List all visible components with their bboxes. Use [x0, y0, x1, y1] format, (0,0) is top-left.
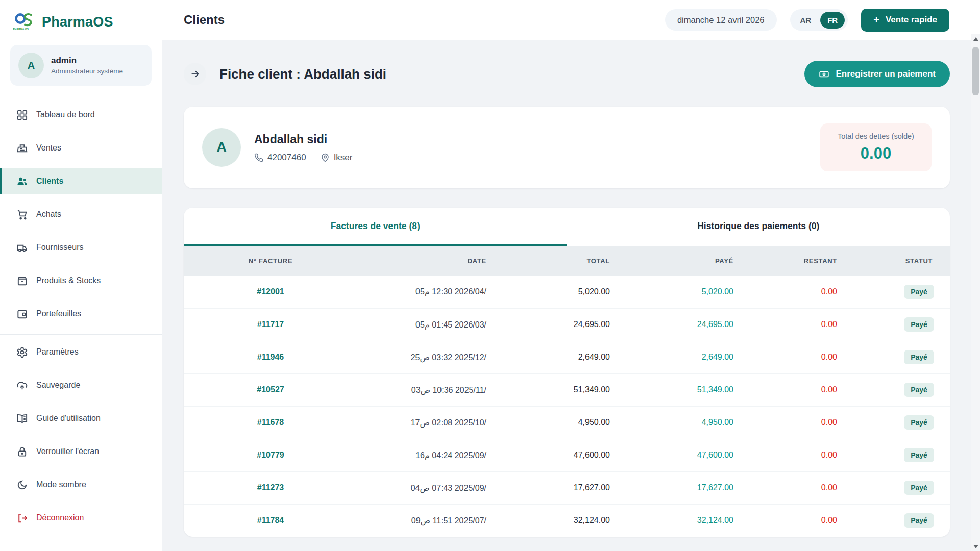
language-toggle: AR FR	[790, 9, 848, 31]
client-location: Ikser	[321, 153, 353, 163]
invoice-remaining: 0.00	[754, 504, 857, 537]
invoice-date: 25ص 03:32 2025/12/	[357, 341, 510, 373]
brand: PHARMA OS PharmaOS	[0, 0, 162, 38]
back-button[interactable]	[184, 63, 206, 85]
sidebar-item-parametres[interactable]: Paramètres	[0, 339, 162, 365]
sidebar-item-label: Ventes	[36, 143, 61, 153]
box-icon	[16, 275, 28, 287]
invoice-number-link[interactable]: #12001	[257, 287, 284, 296]
client-phone-value: 42007460	[267, 153, 306, 163]
client-location-value: Ikser	[334, 153, 353, 163]
scrollbar-up-button[interactable]	[971, 35, 980, 43]
user-name: admin	[51, 56, 123, 66]
sidebar-item-deconnexion[interactable]: Déconnexion	[0, 505, 162, 531]
header-facture: N° FACTURE	[184, 246, 357, 276]
user-card: A admin Administrateur système	[10, 45, 152, 86]
user-avatar: A	[18, 53, 44, 78]
invoice-remaining: 0.00	[754, 471, 857, 504]
sidebar-item-label: Achats	[36, 210, 61, 219]
scrollbar[interactable]	[971, 34, 980, 551]
table-header-row: N° FACTURE DATE TOTAL PAYÉ RESTANT STATU…	[184, 246, 950, 276]
record-payment-button[interactable]: Enregistrer un paiement	[804, 61, 950, 87]
invoice-paid: 2,649.00	[630, 341, 754, 373]
invoice-date: 04ص 07:43 2025/09/	[357, 471, 510, 504]
sidebar-item-sauvegarde[interactable]: Sauvegarde	[0, 372, 162, 398]
table-row: #10779 16م 04:24 2025/09/ 47,600.00 47,6…	[184, 439, 950, 471]
sidebar-item-mode-sombre[interactable]: Mode sombre	[0, 472, 162, 497]
lang-fr-button[interactable]: FR	[820, 12, 845, 29]
sidebar-item-label: Portefeuilles	[36, 309, 81, 318]
banknote-icon	[819, 69, 829, 80]
invoice-total: 4,950.00	[510, 406, 630, 439]
lang-ar-button[interactable]: AR	[793, 16, 819, 24]
scrollbar-down-button[interactable]	[971, 542, 980, 551]
sidebar-item-label: Clients	[36, 177, 63, 186]
quick-sale-button[interactable]: + Vente rapide	[861, 9, 949, 32]
plus-icon: +	[873, 14, 879, 26]
sidebar-item-ventes[interactable]: Ventes	[0, 135, 162, 161]
current-date-chip: dimanche 12 avril 2026	[665, 9, 777, 31]
client-phone: 42007460	[254, 153, 306, 163]
status-badge: Payé	[904, 350, 934, 364]
status-badge: Payé	[904, 513, 934, 528]
sidebar-item-verrouiller[interactable]: Verrouiller l'écran	[0, 439, 162, 464]
invoices-card: Factures de vente (8) Historique des pai…	[184, 208, 950, 537]
logout-icon	[16, 512, 28, 524]
arrow-right-icon	[189, 68, 201, 80]
invoice-remaining: 0.00	[754, 308, 857, 341]
invoice-number-link[interactable]: #11273	[257, 483, 284, 492]
header-paye: PAYÉ	[630, 246, 754, 276]
invoice-number-link[interactable]: #11678	[257, 418, 284, 427]
invoice-number-link[interactable]: #11946	[257, 353, 284, 361]
sidebar-item-fournisseurs[interactable]: Fournisseurs	[0, 235, 162, 260]
gear-icon	[16, 346, 28, 358]
sidebar-item-clients[interactable]: Clients	[0, 168, 162, 194]
tab-factures-de-vente[interactable]: Factures de vente (8)	[184, 208, 567, 246]
invoice-remaining: 0.00	[754, 439, 857, 471]
invoice-date: 16م 04:24 2025/09/	[357, 439, 510, 471]
invoice-number-link[interactable]: #11784	[257, 516, 284, 524]
cloud-upload-icon	[16, 380, 28, 391]
brand-name: PharmaOS	[42, 14, 113, 30]
table-row: #11717 05م 01:45 2026/03/ 24,695.00 24,6…	[184, 308, 950, 341]
invoice-paid: 51,349.00	[630, 373, 754, 406]
sidebar-item-label: Déconnexion	[36, 513, 84, 522]
status-badge: Payé	[904, 317, 934, 332]
sidebar-item-achats[interactable]: Achats	[0, 202, 162, 227]
invoice-remaining: 0.00	[754, 406, 857, 439]
client-avatar: A	[202, 128, 241, 167]
sidebar-item-portefeuilles[interactable]: Portefeuilles	[0, 301, 162, 327]
scrollbar-thumb[interactable]	[972, 47, 979, 95]
wallet-icon	[16, 308, 28, 320]
invoices-table: N° FACTURE DATE TOTAL PAYÉ RESTANT STATU…	[184, 246, 950, 537]
triangle-up-icon	[973, 37, 978, 41]
dashboard-icon	[16, 109, 28, 121]
invoice-number-link[interactable]: #10527	[257, 385, 284, 394]
sidebar-item-label: Mode sombre	[36, 480, 86, 489]
content: Fiche client : Abdallah sidi Enregistrer…	[162, 40, 971, 537]
invoice-remaining: 0.00	[754, 276, 857, 308]
sidebar-item-label: Guide d'utilisation	[36, 414, 101, 423]
sidebar-nav: Tableau de bord Ventes Clients Achats Fo…	[0, 102, 162, 551]
tab-historique-paiements[interactable]: Historique des paiements (0)	[567, 208, 950, 246]
status-badge: Payé	[904, 285, 934, 299]
invoice-total: 2,649.00	[510, 341, 630, 373]
sidebar-item-label: Produits & Stocks	[36, 276, 101, 285]
book-icon	[16, 413, 28, 424]
status-badge: Payé	[904, 448, 934, 462]
sidebar-item-guide[interactable]: Guide d'utilisation	[0, 406, 162, 431]
page-section-title: Clients	[184, 13, 225, 27]
sidebar-item-tableau-de-bord[interactable]: Tableau de bord	[0, 102, 162, 128]
invoice-total: 32,124.00	[510, 504, 630, 537]
sidebar-divider	[0, 334, 162, 335]
app-window: PHARMA OS PharmaOS A admin Administrateu…	[0, 0, 980, 551]
lock-icon	[16, 446, 28, 458]
invoice-remaining: 0.00	[754, 373, 857, 406]
sidebar-item-produits-stocks[interactable]: Produits & Stocks	[0, 268, 162, 293]
page-title: Fiche client : Abdallah sidi	[219, 66, 386, 82]
main-area: Clients dimanche 12 avril 2026 AR FR + V…	[162, 0, 980, 551]
topbar: Clients dimanche 12 avril 2026 AR FR + V…	[162, 0, 980, 40]
invoice-number-link[interactable]: #10779	[257, 450, 284, 459]
invoice-number-link[interactable]: #11717	[257, 320, 284, 329]
record-payment-label: Enregistrer un paiement	[836, 69, 936, 79]
